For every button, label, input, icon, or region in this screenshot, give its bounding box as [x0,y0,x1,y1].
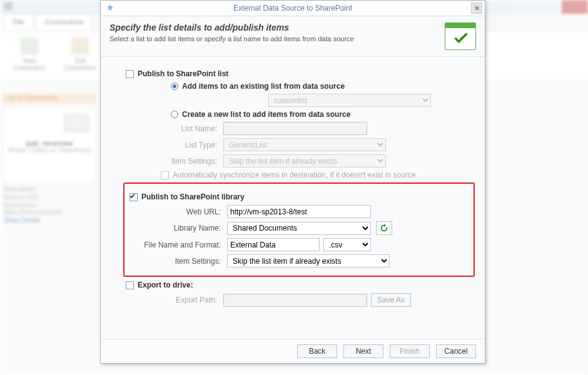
highlight-box: Publish to SharePoint library Web URL: L… [123,182,475,277]
auto-sync-label: Automatically synchronize items in desti… [173,171,415,179]
export-path-label: Export Path: [126,296,223,304]
lib-item-settings-label: Item Settings: [129,257,227,266]
add-existing-radio[interactable] [171,82,178,90]
save-as-button[interactable]: Save As [371,293,411,307]
finish-button[interactable]: Finish [390,344,430,358]
publish-library-label: Publish to SharePoint library [141,192,245,201]
existing-list-select[interactable]: customlist [268,94,431,107]
dialog-titlebar: External Data Source to SharePoint ✕ [101,1,485,16]
library-name-select[interactable]: Shared Documents [227,222,371,235]
dialog-header: Specify the list details to add/publish … [101,16,485,57]
wizard-subheading: Select a list to add list items or speci… [109,35,354,42]
file-format-select[interactable]: .csv [323,238,371,251]
wizard-heading: Specify the list details to add/publish … [109,22,354,32]
export-drive-label: Export to drive: [138,281,193,289]
list-name-input[interactable] [223,122,367,135]
file-name-label: File Name and Format: [129,241,227,249]
library-name-label: Library Name: [129,224,227,232]
wizard-dialog: External Data Source to SharePoint ✕ Spe… [100,0,485,364]
next-button[interactable]: Next [343,344,383,358]
lib-item-settings-select[interactable]: Skip the list item if already exists [227,254,390,268]
web-url-label: Web URL: [129,208,227,216]
dialog-title: External Data Source to SharePoint [114,4,471,12]
export-path-input[interactable] [223,294,367,307]
list-name-label: List Name: [126,124,223,133]
list-type-select[interactable]: GenericList [223,138,386,151]
calendar-check-icon [445,22,476,50]
back-button[interactable]: Back [297,344,337,358]
publish-list-checkbox[interactable] [126,70,134,78]
publish-list-label: Publish to SharePoint list [138,69,228,78]
auto-sync-checkbox[interactable] [161,171,169,179]
create-new-radio[interactable] [171,111,178,118]
list-item-settings-label: Item Settings: [126,157,223,166]
publish-library-checkbox[interactable] [129,193,138,201]
wizard-buttons: Back Next Finish Cancel [101,339,485,363]
list-type-label: List Type: [126,141,223,149]
dialog-app-icon [106,4,114,12]
create-new-label: Create a new list to add items from data… [182,110,350,119]
file-name-input[interactable] [227,238,320,251]
add-existing-label: Add items to an existing list from data … [182,82,345,91]
export-drive-checkbox[interactable] [126,281,134,289]
web-url-input[interactable] [227,205,371,218]
refresh-button[interactable] [376,221,392,235]
cancel-button[interactable]: Cancel [436,344,476,358]
close-button[interactable]: ✕ [471,2,482,14]
list-item-settings-select[interactable]: Skip the list item if already exists [223,154,386,168]
